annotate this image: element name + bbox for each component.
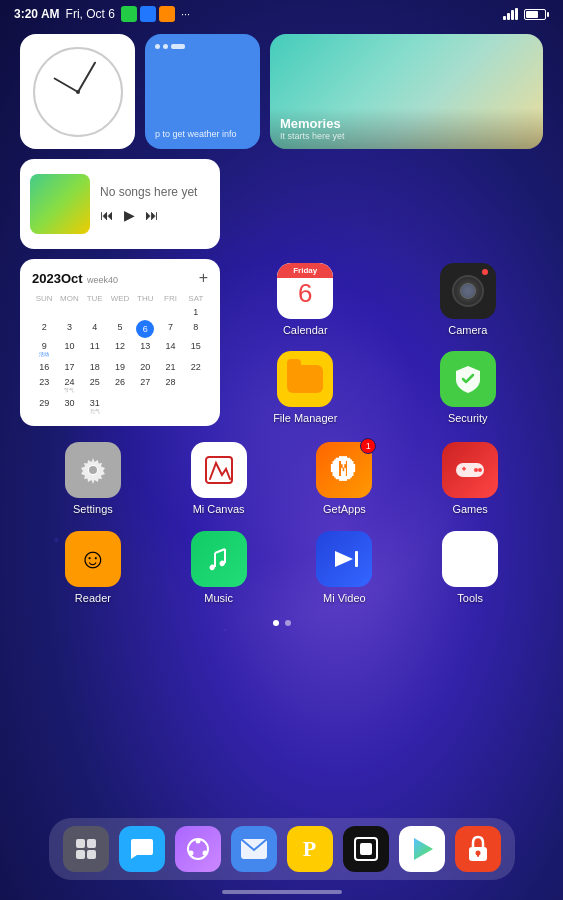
app-icon-calendar[interactable]: Friday 6 Calendar <box>230 263 381 339</box>
cal-day-empty <box>158 305 182 319</box>
app-icon-games[interactable]: Games <box>442 442 498 515</box>
micanvas-icon <box>202 453 236 487</box>
cal-day-28[interactable]: 28 <box>158 375 182 395</box>
security-app-label: Security <box>448 412 488 424</box>
camera-indicator <box>482 269 488 275</box>
dock-icon-themes[interactable] <box>175 826 221 872</box>
reader-emoji: ☺ <box>79 543 108 575</box>
svg-marker-24 <box>414 838 433 860</box>
cal-day-30[interactable]: 30 <box>57 396 81 416</box>
svg-rect-7 <box>463 467 465 471</box>
cal-header-mon: MON <box>57 293 81 304</box>
calendar-app-icon: Friday 6 <box>277 263 333 319</box>
calendar-week: week40 <box>87 275 118 285</box>
dock-icon-mail[interactable] <box>231 826 277 872</box>
cal-day-7[interactable]: 7 <box>158 320 182 338</box>
cal-day-17[interactable]: 17 <box>57 360 81 374</box>
app-icon-micanvas[interactable]: Mi Canvas <box>191 442 247 515</box>
cal-day-12[interactable]: 12 <box>108 339 132 359</box>
app-icon-settings[interactable]: Settings <box>65 442 121 515</box>
cal-day-31[interactable]: 31元气 <box>83 396 107 416</box>
music-next-button[interactable]: ⏭ <box>145 207 159 223</box>
clock-face <box>33 47 123 137</box>
cal-day-10[interactable]: 10 <box>57 339 81 359</box>
cal-day-29[interactable]: 29 <box>32 396 56 416</box>
dock-icon-allapps[interactable] <box>63 826 109 872</box>
cal-day-26[interactable]: 26 <box>108 375 132 395</box>
page-dot-1[interactable] <box>273 620 279 626</box>
cal-day-empty <box>57 305 81 319</box>
cal-day-13[interactable]: 13 <box>133 339 157 359</box>
dock-icon-screenrecord[interactable] <box>343 826 389 872</box>
weather-widget[interactable]: p to get weather info <box>145 34 260 149</box>
battery-icon <box>524 9 549 20</box>
cal-day-25[interactable]: 25 <box>83 375 107 395</box>
memories-overlay: Memories It starts here yet <box>270 108 543 149</box>
dock-icon-security[interactable] <box>455 826 501 872</box>
app-icon-filemanager[interactable]: File Manager <box>230 351 381 427</box>
page-dot-2[interactable] <box>285 620 291 626</box>
tools-app-icon <box>442 531 498 587</box>
clock-hour-hand <box>53 77 78 93</box>
lock-icon <box>466 835 490 863</box>
cal-day-27[interactable]: 27 <box>133 375 157 395</box>
music-widget[interactable]: No songs here yet ⏮ ▶ ⏭ <box>20 159 220 249</box>
getapps-app-icon: 1 🅜 <box>316 442 372 498</box>
cal-day-3[interactable]: 3 <box>57 320 81 338</box>
memories-widget[interactable]: Memories It starts here yet <box>270 34 543 149</box>
calendar-widget[interactable]: 2023Oct week40 + SUN MON TUE WED THU FRI… <box>20 259 220 426</box>
app-icon-reader[interactable]: ☺ Reader <box>65 531 121 604</box>
music-app-icon <box>191 531 247 587</box>
widgets-row-top: p to get weather info Memories It starts… <box>20 34 543 149</box>
dock-icon-pages[interactable]: P <box>287 826 333 872</box>
cal-day-4[interactable]: 4 <box>83 320 107 338</box>
cal-day-16[interactable]: 16 <box>32 360 56 374</box>
music-app-label: Music <box>204 592 233 604</box>
cal-header-fri: FRI <box>158 293 182 304</box>
settings-app-label: Settings <box>73 503 113 515</box>
dock-icon-playstore[interactable] <box>399 826 445 872</box>
memories-title: Memories <box>280 116 533 131</box>
app-icon-camera[interactable]: Camera <box>393 263 544 339</box>
app-icon-tools[interactable]: Tools <box>442 531 498 604</box>
svg-rect-15 <box>76 850 85 859</box>
svg-point-5 <box>478 468 482 472</box>
music-prev-button[interactable]: ⏮ <box>100 207 114 223</box>
cal-day-empty <box>108 305 132 319</box>
app-icon-mivideo[interactable]: Mi Video <box>316 531 372 604</box>
dock-icon-messages[interactable] <box>119 826 165 872</box>
gear-icon <box>78 455 108 485</box>
cal-day-24[interactable]: 24节气 <box>57 375 81 395</box>
app-icon-security[interactable]: Security <box>393 351 544 427</box>
clock-widget[interactable] <box>20 34 135 149</box>
cal-day-11[interactable]: 11 <box>83 339 107 359</box>
filemanager-app-label: File Manager <box>273 412 337 424</box>
cal-day-1[interactable]: 1 <box>184 305 208 319</box>
music-controls: ⏮ ▶ ⏭ <box>100 207 210 223</box>
cal-day-22[interactable]: 22 <box>184 360 208 374</box>
cal-day-20[interactable]: 20 <box>133 360 157 374</box>
app-icon-getapps[interactable]: 1 🅜 GetApps <box>316 442 372 515</box>
cal-day-21[interactable]: 21 <box>158 360 182 374</box>
cal-day-14[interactable]: 14 <box>158 339 182 359</box>
music-play-button[interactable]: ▶ <box>124 207 135 223</box>
micanvas-app-icon <box>191 442 247 498</box>
status-app2 <box>140 6 156 22</box>
weather-hint: p to get weather info <box>155 129 250 139</box>
cal-day-2[interactable]: 2 <box>32 320 56 338</box>
cal-day-5[interactable]: 5 <box>108 320 132 338</box>
cal-day-19[interactable]: 19 <box>108 360 132 374</box>
home-indicator[interactable] <box>222 890 342 894</box>
cal-day-23[interactable]: 23 <box>32 375 56 395</box>
cal-day-8[interactable]: 8 <box>184 320 208 338</box>
cal-day-18[interactable]: 18 <box>83 360 107 374</box>
camera-inner <box>460 283 476 299</box>
cal-day-6-today[interactable]: 6 <box>136 320 154 338</box>
cal-day-15[interactable]: 15 <box>184 339 208 359</box>
cal-day-9[interactable]: 9活动 <box>32 339 56 359</box>
status-app-icons <box>121 6 175 22</box>
calendar-add-button[interactable]: + <box>199 269 208 287</box>
calendar-month-year: 2023Oct <box>32 271 83 286</box>
app-icon-music[interactable]: Music <box>191 531 247 604</box>
home-screen: p to get weather info Memories It starts… <box>0 26 563 626</box>
